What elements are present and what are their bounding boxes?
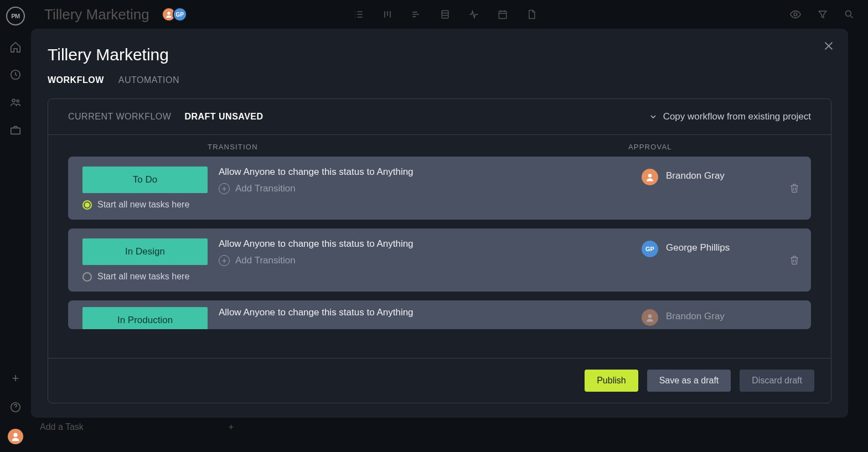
column-headers: TRANSITION APPROVAL: [48, 135, 831, 157]
approver-avatar: [642, 309, 658, 326]
add-task-bar[interactable]: Add a Task +: [40, 422, 234, 432]
start-tasks-radio[interactable]: Start all new tasks here: [82, 272, 208, 282]
modal-title: Tillery Marketing: [31, 45, 848, 64]
transition-rule: Allow Anyone to change this status to An…: [219, 307, 642, 318]
copy-workflow-button[interactable]: Copy workflow from existing project: [649, 111, 811, 122]
publish-button[interactable]: Publish: [585, 370, 638, 392]
user-avatar[interactable]: [8, 429, 23, 444]
home-icon[interactable]: [9, 41, 22, 53]
status-chip[interactable]: To Do: [82, 167, 208, 193]
help-icon[interactable]: [9, 401, 22, 413]
save-draft-button[interactable]: Save as a draft: [647, 370, 731, 392]
plus-icon: +: [229, 422, 234, 432]
file-icon[interactable]: [526, 9, 537, 20]
search-icon[interactable]: [844, 9, 855, 20]
status-chip[interactable]: In Design: [82, 238, 208, 265]
svg-point-2: [17, 100, 19, 102]
activity-icon[interactable]: [468, 9, 479, 20]
delete-status-button[interactable]: [789, 254, 800, 266]
col-transition: TRANSITION: [208, 143, 628, 151]
sheet-icon[interactable]: [440, 9, 451, 20]
radio-label: Start all new tasks here: [97, 272, 189, 282]
start-tasks-radio[interactable]: Start all new tasks here: [82, 200, 208, 210]
tab-draft-unsaved[interactable]: DRAFT UNSAVED: [184, 112, 263, 122]
add-transition-button[interactable]: + Add Transition: [219, 183, 642, 194]
close-button[interactable]: [823, 40, 836, 53]
svg-point-5: [13, 433, 17, 437]
approver-avatar: [642, 169, 658, 185]
status-chip[interactable]: In Production: [82, 307, 208, 329]
board-icon[interactable]: [382, 9, 393, 20]
clock-icon[interactable]: [9, 69, 22, 81]
plus-circle-icon: +: [219, 183, 230, 194]
transition-rule: Allow Anyone to change this status to An…: [219, 167, 642, 178]
add-transition-button[interactable]: + Add Transition: [219, 255, 642, 266]
radio-dot-icon: [82, 200, 92, 210]
svg-point-10: [845, 11, 851, 16]
radio-dot-icon: [82, 272, 92, 282]
col-approval: APPROVAL: [628, 143, 811, 151]
chevron-down-icon: [649, 112, 658, 121]
tab-workflow[interactable]: WORKFLOW: [48, 75, 104, 85]
list-icon[interactable]: [353, 9, 364, 20]
people-icon[interactable]: [9, 96, 22, 108]
delete-status-button[interactable]: [789, 182, 800, 194]
svg-rect-8: [499, 11, 506, 18]
left-sidebar: PM +: [0, 0, 31, 452]
svg-rect-3: [11, 128, 20, 134]
eye-icon[interactable]: [789, 8, 802, 20]
status-card: To Do Start all new tasks here Allow Any…: [68, 157, 811, 220]
logo-pm[interactable]: PM: [6, 7, 25, 25]
svg-point-6: [167, 12, 170, 14]
workflow-panel: CURRENT WORKFLOW DRAFT UNSAVED Copy work…: [48, 98, 831, 403]
svg-point-12: [648, 314, 652, 318]
add-task-label: Add a Task: [40, 422, 84, 432]
discard-draft-button[interactable]: Discard draft: [740, 370, 814, 392]
gantt-icon[interactable]: [411, 9, 422, 20]
approver-avatar: GP: [642, 241, 658, 257]
approver-name: Brandon Gray: [666, 309, 725, 322]
briefcase-icon[interactable]: [9, 124, 22, 136]
topbar: Tillery Marketing GP: [31, 0, 868, 29]
add-transition-label: Add Transition: [235, 183, 296, 194]
approver-name: George Phillips: [666, 241, 730, 253]
transition-rule: Allow Anyone to change this status to An…: [219, 238, 642, 250]
statuses-list: To Do Start all new tasks here Allow Any…: [48, 157, 831, 358]
add-transition-label: Add Transition: [235, 255, 296, 266]
wp-header: CURRENT WORKFLOW DRAFT UNSAVED Copy work…: [48, 99, 831, 135]
radio-label: Start all new tasks here: [97, 200, 189, 210]
copy-workflow-label: Copy workflow from existing project: [663, 111, 811, 122]
status-card: In Production Allow Anyone to change thi…: [68, 300, 811, 329]
svg-rect-7: [442, 11, 448, 18]
tab-automation[interactable]: AUTOMATION: [118, 75, 179, 85]
panel-footer: Publish Save as a draft Discard draft: [48, 358, 831, 403]
member-avatars[interactable]: GP: [165, 7, 187, 22]
workflow-modal: Tillery Marketing WORKFLOW AUTOMATION CU…: [31, 29, 848, 418]
calendar-icon[interactable]: [497, 9, 508, 20]
svg-point-11: [648, 174, 652, 178]
svg-point-1: [12, 99, 15, 102]
add-icon[interactable]: +: [12, 371, 19, 386]
modal-tabs: WORKFLOW AUTOMATION: [31, 64, 848, 98]
filter-icon[interactable]: [817, 9, 828, 20]
project-title: Tillery Marketing: [44, 6, 149, 23]
avatar: GP: [173, 7, 187, 22]
svg-point-9: [794, 13, 797, 16]
tab-current-workflow[interactable]: CURRENT WORKFLOW: [68, 112, 171, 122]
approver-name: Brandon Gray: [666, 169, 725, 181]
plus-circle-icon: +: [219, 255, 230, 266]
status-card: In Design Start all new tasks here Allow…: [68, 228, 811, 292]
